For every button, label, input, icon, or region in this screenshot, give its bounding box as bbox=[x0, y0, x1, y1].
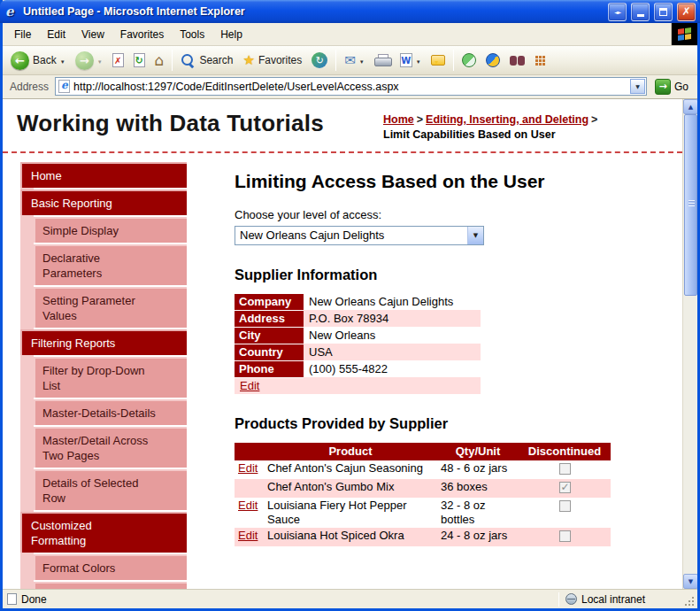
search-button[interactable]: Search bbox=[176, 50, 237, 71]
favorites-button[interactable]: Favorites bbox=[238, 50, 306, 71]
row-label: Country bbox=[235, 344, 304, 360]
addon-icon-2 bbox=[486, 53, 500, 67]
back-dropdown-icon[interactable] bbox=[60, 54, 65, 66]
resize-button[interactable] bbox=[608, 3, 627, 21]
title-bar: e Untitled Page - Microsoft Internet Exp… bbox=[0, 0, 700, 23]
sidebar-item-master-details-details[interactable]: Master-Details-Details bbox=[34, 399, 187, 425]
menu-items: File Edit View Favorites Tools Help bbox=[3, 23, 671, 45]
edit-button[interactable] bbox=[396, 50, 426, 70]
discontinued-checkbox[interactable] bbox=[559, 463, 571, 475]
sidebar-item-details-selected-row[interactable]: Details of Selected Row bbox=[34, 469, 187, 510]
discuss-icon bbox=[431, 55, 445, 66]
discontinued-checkbox[interactable] bbox=[559, 530, 571, 542]
column-header-qty: Qty/Unit bbox=[437, 443, 519, 460]
back-button[interactable]: Back bbox=[6, 49, 70, 73]
addon-button-2[interactable] bbox=[481, 50, 504, 70]
ie-logo-icon[interactable]: e bbox=[5, 4, 19, 19]
edit-word-icon bbox=[400, 53, 412, 67]
discontinued-checkbox[interactable] bbox=[559, 500, 571, 512]
table-row: Country USA bbox=[235, 344, 481, 360]
sidebar-item-declarative-parameters[interactable]: Declarative Parameters bbox=[34, 244, 187, 285]
menu-item-favorites[interactable]: Favorites bbox=[112, 25, 172, 44]
back-label: Back bbox=[33, 54, 57, 66]
address-dropdown-button[interactable] bbox=[630, 79, 645, 94]
scroll-up-button[interactable] bbox=[683, 99, 697, 114]
sidebar-item-home[interactable]: Home bbox=[20, 162, 187, 188]
stop-button[interactable] bbox=[108, 50, 128, 70]
sidebar: Home Basic Reporting Simple Display Decl… bbox=[20, 162, 187, 589]
menu-item-view[interactable]: View bbox=[73, 25, 112, 44]
menu-item-tools[interactable]: Tools bbox=[172, 25, 212, 44]
favorites-label: Favorites bbox=[258, 54, 302, 66]
print-button[interactable] bbox=[370, 51, 395, 70]
mail-button[interactable] bbox=[340, 50, 369, 71]
forward-dropdown-icon[interactable] bbox=[97, 54, 103, 66]
table-header-row: Product Qty/Unit Discontinued bbox=[235, 443, 611, 460]
sidebar-item-basic-reporting[interactable]: Basic Reporting bbox=[20, 189, 187, 215]
go-arrow-icon bbox=[655, 79, 671, 95]
favorites-star-icon bbox=[242, 52, 254, 68]
status-text: Done bbox=[21, 593, 47, 606]
discontinued-checkbox[interactable] bbox=[559, 482, 571, 493]
menu-item-help[interactable]: Help bbox=[212, 25, 250, 44]
scroll-down-button[interactable] bbox=[683, 574, 697, 589]
mail-dropdown-icon[interactable] bbox=[359, 54, 365, 66]
sidebar-item-format-colors[interactable]: Format Colors bbox=[34, 554, 187, 580]
select-dropdown-icon[interactable] bbox=[467, 227, 483, 244]
refresh-button[interactable] bbox=[129, 50, 150, 70]
breadcrumb-link-home[interactable]: Home bbox=[383, 113, 414, 126]
edit-link[interactable]: Edit bbox=[238, 529, 258, 542]
sidebar-item-setting-parameter-values[interactable]: Setting Parameter Values bbox=[34, 287, 187, 328]
breadcrumb-current: Limit Capabilities Based on User bbox=[383, 128, 668, 143]
row-label: City bbox=[235, 327, 304, 344]
sidebar-item-customized-formatting[interactable]: Customized Formatting bbox=[20, 512, 187, 553]
table-row: Edit Chef Anton's Cajun Seasoning 48 - 6… bbox=[235, 460, 611, 479]
table-row: Edit Louisiana Hot Spiced Okra 24 - 8 oz… bbox=[235, 528, 611, 546]
sidebar-item-filtering-reports[interactable]: Filtering Reports bbox=[20, 329, 187, 355]
column-header-edit bbox=[235, 443, 264, 460]
sidebar-item-filter-by-dropdown-list[interactable]: Filter by Drop-Down List bbox=[34, 357, 187, 398]
page-status-icon bbox=[7, 593, 17, 605]
go-button[interactable]: Go bbox=[651, 78, 692, 96]
research-button[interactable] bbox=[505, 53, 529, 68]
resize-grip[interactable] bbox=[683, 594, 696, 608]
menu-item-edit[interactable]: Edit bbox=[39, 25, 73, 44]
sidebar-item-simple-display[interactable]: Simple Display bbox=[34, 217, 187, 243]
supplier-edit-link[interactable]: Edit bbox=[240, 379, 259, 392]
breadcrumb-link-section[interactable]: Editing, Inserting, and Deleting bbox=[426, 113, 588, 126]
scrollbar-track[interactable] bbox=[683, 114, 697, 574]
discuss-button[interactable] bbox=[427, 52, 450, 68]
products-table: Product Qty/Unit Discontinued Edit Chef … bbox=[235, 443, 611, 546]
content-area: Working with Data Tutorials Home>Editing… bbox=[3, 99, 697, 589]
close-button[interactable] bbox=[677, 3, 696, 21]
access-level-select[interactable]: New Orleans Cajun Delights bbox=[235, 226, 484, 245]
mail-icon bbox=[344, 52, 356, 68]
row-value: P.O. Box 78934 bbox=[304, 310, 481, 327]
history-button[interactable] bbox=[307, 50, 332, 71]
main-content: Limiting Access Based on the User Choose… bbox=[187, 162, 682, 546]
vertical-scrollbar[interactable] bbox=[682, 99, 697, 589]
addon-button-1[interactable] bbox=[458, 50, 481, 70]
row-value: New Orleans bbox=[304, 327, 481, 344]
supplier-heading: Supplier Information bbox=[235, 267, 670, 283]
edit-link[interactable]: Edit bbox=[238, 461, 258, 475]
refresh-icon bbox=[134, 53, 145, 67]
menu-item-file[interactable]: File bbox=[6, 25, 39, 44]
product-cell: Louisiana Hot Spiced Okra bbox=[264, 528, 437, 546]
products-heading: Products Provided by Supplier bbox=[235, 415, 670, 432]
forward-button[interactable] bbox=[71, 49, 107, 73]
breadcrumb: Home>Editing, Inserting, and Deleting>Li… bbox=[383, 110, 668, 143]
home-button[interactable] bbox=[150, 49, 169, 72]
scrollbar-thumb[interactable] bbox=[684, 114, 697, 296]
addon-button-4[interactable] bbox=[530, 52, 550, 69]
edit-link[interactable]: Edit bbox=[238, 499, 258, 512]
minimize-button[interactable] bbox=[631, 3, 650, 21]
edit-dropdown-icon[interactable] bbox=[416, 54, 421, 66]
sidebar-item-custom-content[interactable]: Custom Content in a bbox=[34, 582, 187, 589]
sidebar-item-master-detail-two-pages[interactable]: Master/Detail Across Two Pages bbox=[34, 427, 187, 468]
address-input[interactable] bbox=[73, 81, 627, 93]
qty-cell: 24 - 8 oz jars bbox=[437, 528, 519, 546]
history-icon bbox=[312, 52, 327, 68]
maximize-button[interactable] bbox=[654, 3, 673, 21]
page-header: Working with Data Tutorials Home>Editing… bbox=[3, 99, 682, 153]
